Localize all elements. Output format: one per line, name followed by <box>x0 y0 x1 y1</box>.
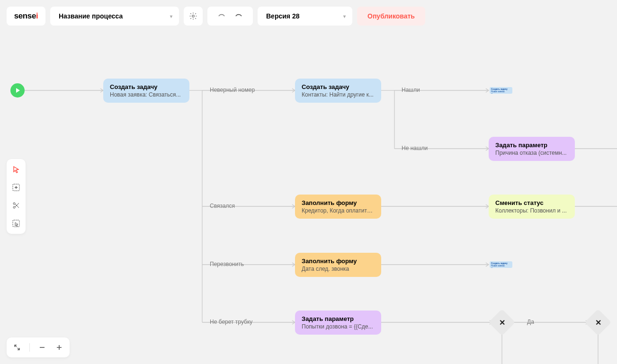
close-icon: ✕ <box>595 318 601 327</box>
node-mini-a[interactable]: Создать задачу Новая заявка: Связаться..… <box>490 87 512 94</box>
node-subtitle: Новая заявка: Связаться... <box>491 90 511 94</box>
node-fill-form-creditor[interactable]: Заполнить форму Кредитор, Когда оплатит?… <box>295 195 381 219</box>
start-node[interactable] <box>10 83 25 98</box>
node-title: Создать задачу <box>110 83 183 90</box>
node-title: Заполнить форму <box>302 257 375 265</box>
node-create-task-1[interactable]: Создать задачу Новая заявка: Связаться..… <box>103 79 189 103</box>
node-title: Задать параметр <box>302 315 375 322</box>
node-subtitle: Коллекторы: Позвонил и ... <box>495 207 568 214</box>
node-set-param-attempts[interactable]: Задать параметр Попытки дозвона = {{Сде.… <box>295 311 381 335</box>
node-title: Задать параметр <box>495 142 568 149</box>
node-subtitle: Попытки дозвона = {{Сде... <box>302 323 375 330</box>
node-title: Заполнить форму <box>302 199 375 206</box>
flow-canvas[interactable]: Создать задачу Новая заявка: Связаться..… <box>0 0 617 364</box>
branch-label-no-answer: Не берет трубку <box>210 319 252 325</box>
node-subtitle: Кредитор, Когда оплатит?... <box>302 207 375 214</box>
node-title: Сменить статус <box>495 199 568 206</box>
decision-node-1[interactable]: ✕ <box>489 309 516 336</box>
branch-label-callback: Перезвонить <box>210 261 244 267</box>
node-mini-b[interactable]: Создать задачу Новая заявка: Связаться..… <box>490 261 512 268</box>
branch-label-found: Нашли <box>402 87 420 93</box>
branch-label-not-found: Не нашли <box>402 145 428 151</box>
branch-label-yes: Да <box>527 319 534 325</box>
branch-label-contacted: Связался <box>210 203 235 209</box>
node-subtitle: Новая заявка: Связаться... <box>110 91 183 98</box>
node-subtitle: Дата след. звонка <box>302 266 375 272</box>
node-subtitle: Причина отказа (системн... <box>495 150 568 156</box>
node-change-status[interactable]: Сменить статус Коллекторы: Позвонил и ..… <box>489 195 575 219</box>
node-subtitle: Контакты: Найти другие к... <box>302 91 375 98</box>
node-create-task-2[interactable]: Создать задачу Контакты: Найти другие к.… <box>295 79 381 103</box>
branch-label-wrong-number: Неверный номер <box>210 87 255 93</box>
node-title: Создать задачу <box>302 83 375 90</box>
node-subtitle: Новая заявка: Связаться... <box>491 265 511 268</box>
play-icon <box>15 88 20 93</box>
node-fill-form-next-call[interactable]: Заполнить форму Дата след. звонка <box>295 253 381 277</box>
node-set-param-reason[interactable]: Задать параметр Причина отказа (системн.… <box>489 137 575 161</box>
decision-node-2[interactable]: ✕ <box>585 309 612 336</box>
close-icon: ✕ <box>499 318 505 327</box>
